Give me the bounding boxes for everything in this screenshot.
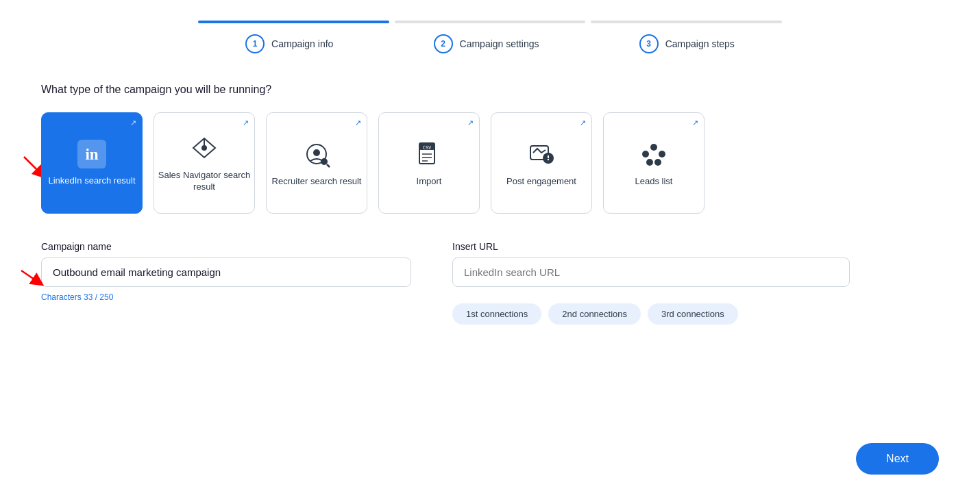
svg-point-19 xyxy=(650,144,657,151)
step-3-label: Campaign steps xyxy=(665,38,735,49)
card-post-engagement[interactable]: ↗ Post engagement xyxy=(491,112,592,214)
progress-seg-1 xyxy=(198,21,389,23)
step-3: 3 Campaign steps xyxy=(639,34,735,53)
insert-url-field: Insert URL 1st connections 2nd connectio… xyxy=(452,241,850,325)
red-arrow-2 xyxy=(18,267,45,288)
svg-text:CSV: CSV xyxy=(423,145,432,151)
card-import-label: Import xyxy=(417,176,442,188)
step-1-number: 1 xyxy=(245,34,265,53)
step-1-label: Campaign info xyxy=(271,38,333,49)
campaign-name-label: Campaign name xyxy=(41,241,411,252)
ext-icon-post: ↗ xyxy=(580,118,586,127)
sales-navigator-icon xyxy=(189,133,219,163)
leads-list-icon xyxy=(639,139,669,169)
svg-point-23 xyxy=(654,159,661,166)
page-wrapper: 1 Campaign info 2 Campaign settings 3 Ca… xyxy=(0,0,980,491)
card-linkedin[interactable]: ↗ in LinkedIn search result xyxy=(41,112,143,214)
campaign-name-input[interactable] xyxy=(41,257,411,287)
card-import[interactable]: ↗ CSV Import xyxy=(378,112,480,214)
card-sales-navigator[interactable]: ↗ Sales Navigator search result xyxy=(154,112,255,214)
card-leads-list[interactable]: ↗ Leads list xyxy=(603,112,705,214)
chip-3rd-connections[interactable]: 3rd connections xyxy=(648,303,738,325)
card-post-engagement-label: Post engagement xyxy=(506,176,576,188)
progress-bars xyxy=(195,21,785,23)
next-button[interactable]: Next xyxy=(856,443,939,475)
card-recruiter[interactable]: ↗ Recruiter search result xyxy=(266,112,367,214)
url-input[interactable] xyxy=(452,257,850,287)
card-recruiter-label: Recruiter search result xyxy=(272,176,362,188)
card-leads-list-label: Leads list xyxy=(635,176,673,188)
ext-icon-import: ↗ xyxy=(467,118,474,127)
step-2: 2 Campaign settings xyxy=(434,34,539,53)
svg-line-8 xyxy=(327,164,330,167)
recruiter-icon xyxy=(302,139,332,169)
progress-seg-2 xyxy=(395,21,586,23)
step-2-label: Campaign settings xyxy=(460,38,539,49)
question-title: What type of the campaign you will be ru… xyxy=(41,84,939,96)
svg-line-0 xyxy=(24,157,41,174)
ext-icon-leads: ↗ xyxy=(692,118,698,127)
form-row: Campaign name Characters 33 / 250 Insert… xyxy=(41,241,939,325)
svg-point-20 xyxy=(642,151,649,158)
step-3-number: 3 xyxy=(639,34,659,53)
svg-text:in: in xyxy=(85,145,98,163)
svg-point-22 xyxy=(646,159,653,166)
step-1: 1 Campaign info xyxy=(245,34,333,53)
svg-line-24 xyxy=(21,270,38,282)
svg-point-21 xyxy=(659,151,665,158)
import-icon: CSV xyxy=(414,139,444,169)
ext-icon-recruiter: ↗ xyxy=(355,118,361,127)
campaign-type-cards: ↗ in LinkedIn search result ↗ Sales Navi… xyxy=(41,112,939,214)
ext-icon-linkedin: ↗ xyxy=(130,118,136,127)
campaign-name-field: Campaign name Characters 33 / 250 xyxy=(41,241,411,302)
insert-url-label: Insert URL xyxy=(452,241,850,252)
ext-icon-sales: ↗ xyxy=(243,118,249,127)
post-engagement-icon xyxy=(526,139,556,169)
progress-seg-3 xyxy=(591,21,782,23)
connection-chips: 1st connections 2nd connections 3rd conn… xyxy=(452,303,850,325)
chip-1st-connections[interactable]: 1st connections xyxy=(452,303,541,325)
step-2-number: 2 xyxy=(434,34,453,53)
card-linkedin-label: LinkedIn search result xyxy=(48,175,135,187)
svg-point-18 xyxy=(548,158,549,160)
card-sales-navigator-label: Sales Navigator search result xyxy=(154,170,254,193)
steps-row: 1 Campaign info 2 Campaign settings 3 Ca… xyxy=(195,34,785,53)
linkedin-icon: in xyxy=(77,140,106,168)
svg-point-6 xyxy=(313,149,320,156)
svg-point-7 xyxy=(321,158,328,165)
chip-2nd-connections[interactable]: 2nd connections xyxy=(548,303,641,325)
char-count: Characters 33 / 250 xyxy=(41,292,411,302)
stepper: 1 Campaign info 2 Campaign settings 3 Ca… xyxy=(41,14,939,53)
